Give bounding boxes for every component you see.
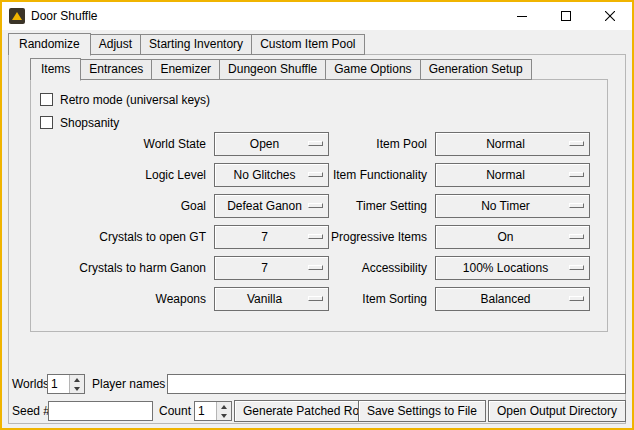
minimize-icon <box>517 11 527 21</box>
save-settings-button[interactable]: Save Settings to File <box>358 400 486 422</box>
option-row: World State Open Item Pool Normal <box>40 128 590 159</box>
retro-mode-checkbox[interactable]: Retro mode (universal keys) <box>40 88 210 111</box>
dropdown-value: 7 <box>261 230 282 244</box>
option-menu-indicator-icon <box>569 203 584 208</box>
logic-level-label: Logic Level <box>40 168 214 182</box>
spin-down-button[interactable] <box>70 384 84 393</box>
progressive-items-label: Progressive Items <box>329 230 435 244</box>
spin-down-button[interactable] <box>217 411 231 420</box>
dropdown-value: No Glitches <box>233 168 309 182</box>
progressive-items-dropdown[interactable]: On <box>435 225 590 249</box>
option-menu-indicator-icon <box>308 172 323 177</box>
seed-label: Seed # <box>12 401 50 421</box>
dropdown-value: Balanced <box>480 292 544 306</box>
crystals-gt-dropdown[interactable]: 7 <box>214 225 329 249</box>
option-row: Crystals to harm Ganon 7 Accessibility 1… <box>40 252 590 283</box>
crystals-ganon-dropdown[interactable]: 7 <box>214 256 329 280</box>
count-label: Count <box>159 401 191 421</box>
world-state-label: World State <box>40 137 214 151</box>
dropdown-value: No Timer <box>481 199 544 213</box>
option-menu-indicator-icon <box>569 172 584 177</box>
option-menu-indicator-icon <box>569 265 584 270</box>
crystals-gt-label: Crystals to open GT <box>40 230 214 244</box>
seed-input[interactable] <box>48 401 153 421</box>
dropdown-value: Open <box>250 137 293 151</box>
tab-randomize[interactable]: Randomize <box>8 33 91 56</box>
window-controls <box>500 2 632 30</box>
maximize-icon <box>561 11 571 21</box>
tab-enemizer[interactable]: Enemizer <box>151 59 220 80</box>
checkbox-icon[interactable] <box>40 93 53 106</box>
tab-custom-item-pool[interactable]: Custom Item Pool <box>251 34 364 55</box>
triangle-up-icon <box>221 405 227 409</box>
primary-tab-bar: Randomize Adjust Starting Inventory Cust… <box>8 33 364 55</box>
triangle-down-icon <box>221 414 227 418</box>
dropdown-value: Vanilla <box>247 292 296 306</box>
options-grid: World State Open Item Pool Normal Logic … <box>40 128 590 314</box>
secondary-tab-bar: Items Entrances Enemizer Dungeon Shuffle… <box>30 59 531 80</box>
player-names-label: Player names <box>92 374 165 394</box>
dropdown-value: 100% Locations <box>463 261 562 275</box>
dropdown-value: On <box>497 230 527 244</box>
option-row: Logic Level No Glitches Item Functionali… <box>40 159 590 190</box>
option-menu-indicator-icon <box>308 234 323 239</box>
item-functionality-dropdown[interactable]: Normal <box>435 163 590 187</box>
tab-starting-inventory[interactable]: Starting Inventory <box>140 34 252 55</box>
item-pool-label: Item Pool <box>329 137 435 151</box>
item-functionality-label: Item Functionality <box>329 168 435 182</box>
option-row: Goal Defeat Ganon Timer Setting No Timer <box>40 190 590 221</box>
accessibility-label: Accessibility <box>329 261 435 275</box>
option-row: Crystals to open GT 7 Progressive Items … <box>40 221 590 252</box>
count-spinbox[interactable]: 1 <box>194 401 232 421</box>
dropdown-value: 7 <box>261 261 282 275</box>
logic-level-dropdown[interactable]: No Glitches <box>214 163 329 187</box>
item-sorting-dropdown[interactable]: Balanced <box>435 287 590 311</box>
bottom-right-buttons: Save Settings to File Open Output Direct… <box>358 400 626 422</box>
close-icon <box>605 11 615 21</box>
generate-rom-button[interactable]: Generate Patched Rom <box>234 400 378 422</box>
option-row: Weapons Vanilla Item Sorting Balanced <box>40 283 590 314</box>
tab-generation-setup[interactable]: Generation Setup <box>420 59 532 80</box>
tab-entrances[interactable]: Entrances <box>80 59 152 80</box>
goal-label: Goal <box>40 199 214 213</box>
open-output-button[interactable]: Open Output Directory <box>488 400 626 422</box>
timer-setting-label: Timer Setting <box>329 199 435 213</box>
triangle-up-icon <box>74 378 80 382</box>
app-window: Door Shuffle Randomize Adjust Starting I… <box>0 0 634 430</box>
app-icon <box>9 8 25 24</box>
worlds-label: Worlds <box>12 374 49 394</box>
spinner-arrows <box>69 375 84 393</box>
weapons-dropdown[interactable]: Vanilla <box>214 287 329 311</box>
close-button[interactable] <box>588 2 632 30</box>
dropdown-value: Normal <box>486 168 539 182</box>
tab-game-options[interactable]: Game Options <box>325 59 420 80</box>
triangle-down-icon <box>74 387 80 391</box>
option-menu-indicator-icon <box>308 141 323 146</box>
dropdown-value: Normal <box>486 137 539 151</box>
tab-adjust[interactable]: Adjust <box>90 34 141 55</box>
accessibility-dropdown[interactable]: 100% Locations <box>435 256 590 280</box>
item-pool-dropdown[interactable]: Normal <box>435 132 590 156</box>
player-names-input[interactable] <box>167 374 626 394</box>
timer-setting-dropdown[interactable]: No Timer <box>435 194 590 218</box>
maximize-button[interactable] <box>544 2 588 30</box>
spin-up-button[interactable] <box>217 402 231 411</box>
option-menu-indicator-icon <box>569 234 584 239</box>
world-state-dropdown[interactable]: Open <box>214 132 329 156</box>
option-menu-indicator-icon <box>308 296 323 301</box>
goal-dropdown[interactable]: Defeat Ganon <box>214 194 329 218</box>
tab-items[interactable]: Items <box>30 58 81 81</box>
option-menu-indicator-icon <box>569 141 584 146</box>
dropdown-value: Defeat Ganon <box>227 199 316 213</box>
spin-up-button[interactable] <box>70 375 84 384</box>
count-value: 1 <box>195 402 216 420</box>
window-title: Door Shuffle <box>31 9 98 23</box>
option-menu-indicator-icon <box>308 265 323 270</box>
titlebar[interactable]: Door Shuffle <box>2 2 632 30</box>
minimize-button[interactable] <box>500 2 544 30</box>
generate-button-wrap: Generate Patched Rom <box>234 400 378 422</box>
option-menu-indicator-icon <box>308 203 323 208</box>
worlds-spinbox[interactable]: 1 <box>47 374 85 394</box>
option-menu-indicator-icon <box>569 296 584 301</box>
tab-dungeon-shuffle[interactable]: Dungeon Shuffle <box>219 59 326 80</box>
